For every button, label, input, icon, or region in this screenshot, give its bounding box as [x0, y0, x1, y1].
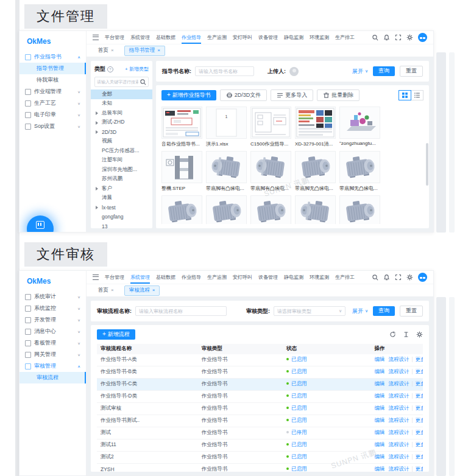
table-row[interactable]: 作业指导书-A类作业指导书已启用编辑流程设计|更多∨	[97, 354, 423, 366]
file-card[interactable]: 带底脚有凸缘电...	[250, 151, 291, 192]
user-avatar[interactable]	[418, 33, 427, 42]
tree-item[interactable]: 涛晨	[91, 194, 152, 203]
file-card[interactable]: "zongzhuangtu...	[339, 107, 380, 147]
more-link[interactable]: 更多∨	[416, 441, 423, 447]
tab[interactable]: 首页×	[93, 46, 119, 56]
sidebar-item[interactable]: 系统审计∨	[19, 291, 86, 303]
row-height-icon[interactable]	[403, 331, 409, 338]
file-card[interactable]: 带底脚无凸缘电...	[339, 151, 380, 192]
tree-item[interactable]: gongfang	[91, 212, 152, 222]
edit-link[interactable]: 编辑	[374, 441, 384, 447]
grid-view-button[interactable]	[399, 90, 411, 100]
nav-item[interactable]: 设备管理	[255, 31, 281, 44]
edit-link[interactable]: 编辑	[374, 429, 384, 435]
edit-link[interactable]: 编辑	[374, 453, 384, 460]
close-icon[interactable]: ×	[111, 288, 114, 293]
edit-link[interactable]: 编辑	[374, 380, 384, 387]
nav-item[interactable]: 作业指导	[179, 271, 204, 284]
add-instruction-button[interactable]: +新增作业指导书	[161, 90, 216, 100]
caret-right-icon[interactable]	[96, 130, 98, 134]
table-row[interactable]: 作业指导书-B类作业指导书已启用编辑流程设计|更多∨	[97, 366, 423, 378]
batch-delete-button[interactable]: 批量删除	[317, 89, 360, 101]
table-row[interactable]: 作业指导书-D类作业指导书已启用编辑流程设计|更多∨	[97, 390, 423, 402]
sidebar-subitem[interactable]: 审核流程	[19, 372, 86, 383]
table-row[interactable]: 测试2作业指导书已启用编辑流程设计|更多∨	[97, 451, 423, 463]
file-card[interactable]: 整機.STEP	[161, 151, 202, 192]
sidebar-subitem[interactable]: 待我审核	[19, 74, 86, 86]
file-card[interactable]	[250, 195, 291, 224]
caret-right-icon[interactable]	[96, 206, 98, 209]
edit-link[interactable]: 编辑	[374, 417, 384, 423]
query-button[interactable]: 查询	[373, 306, 395, 317]
expand-link[interactable]: 展开∨	[352, 307, 368, 315]
table-row[interactable]: 测试作业指导书已停用编辑流程设计|更多∨	[97, 427, 423, 439]
more-link[interactable]: 更多∨	[416, 380, 423, 387]
gear-icon[interactable]	[406, 274, 413, 281]
nav-item[interactable]: 环境监测	[306, 271, 332, 284]
tree-item[interactable]: 注塑车间	[91, 156, 152, 166]
fullscreen-icon[interactable]	[395, 274, 402, 281]
file-card[interactable]: 带底脚无凸缘电...	[161, 195, 202, 224]
more-link[interactable]: 更多∨	[416, 429, 423, 435]
nav-item[interactable]: 生产追溯	[204, 31, 230, 44]
query-button[interactable]: 查询	[373, 66, 395, 77]
search-icon[interactable]	[372, 34, 378, 41]
tab[interactable]: 首页×	[93, 285, 119, 296]
table-row[interactable]: 测试审核作业指导书已启用编辑流程设计|更多∨	[97, 402, 423, 415]
sidebar-item[interactable]: Sop设置∨	[19, 121, 86, 132]
edit-link[interactable]: 编辑	[374, 393, 384, 399]
more-link[interactable]: 更多∨	[416, 466, 423, 472]
files-2d3d-button[interactable]: 2D/3D文件	[220, 89, 267, 101]
nav-item[interactable]: 系统管理	[127, 271, 153, 284]
search-icon[interactable]	[372, 274, 378, 281]
file-card[interactable]: 带底脚无凸缘电...	[295, 151, 336, 192]
nav-item[interactable]: 生产排工	[332, 271, 358, 284]
file-card[interactable]: 带底脚有凸缘电...	[206, 151, 247, 192]
tree-item[interactable]: 13	[91, 222, 152, 228]
close-icon[interactable]: ×	[152, 288, 155, 293]
add-category-button[interactable]: + 新增类型	[125, 66, 149, 72]
file-card[interactable]: 1演示1.xlsx	[206, 107, 247, 147]
nav-item[interactable]: 安灯呼叫	[230, 271, 255, 284]
flow-design-link[interactable]: 流程设计	[388, 429, 409, 435]
tree-item[interactable]: 2D/3D	[91, 127, 152, 137]
list-view-button[interactable]	[411, 90, 423, 100]
gear-icon[interactable]	[406, 34, 413, 41]
sidebar-item[interactable]: 电子印章∨	[19, 109, 86, 121]
more-link[interactable]: 更多∨	[416, 417, 423, 423]
bell-icon[interactable]	[383, 274, 390, 281]
flow-design-link[interactable]: 流程设计	[388, 380, 409, 387]
tab[interactable]: 审核流程×	[124, 285, 160, 296]
nav-item[interactable]: 作业指导	[179, 31, 204, 44]
sidebar-item[interactable]: 生产工艺∨	[19, 97, 86, 109]
nav-item[interactable]: 静电监测	[281, 271, 306, 284]
expand-link[interactable]: 展开∨	[352, 68, 368, 75]
file-card[interactable]	[339, 195, 380, 224]
tree-item[interactable]: lx-test	[91, 203, 152, 212]
tree-item[interactable]: 未知	[91, 99, 152, 109]
sidebar-item[interactable]: 审核管理∧	[19, 360, 86, 372]
table-row[interactable]: 作业指导书测试..作业指导书已启用编辑流程设计|更多∨	[97, 415, 423, 427]
tree-item[interactable]: 客户	[91, 184, 152, 194]
more-link[interactable]: 更多∨	[416, 453, 423, 460]
more-link[interactable]: 更多∨	[416, 405, 423, 411]
edit-link[interactable]: 编辑	[374, 368, 384, 374]
reset-button[interactable]: 重置	[400, 306, 423, 317]
file-card[interactable]	[295, 195, 336, 224]
column-settings-icon[interactable]	[416, 331, 423, 338]
collapse-menu-icon[interactable]	[93, 275, 99, 280]
flow-design-link[interactable]: 流程设计	[388, 368, 409, 374]
table-row[interactable]: ZYSH作业指导书已启用编辑流程设计|更多∨	[97, 463, 423, 472]
more-link[interactable]: 更多∨	[416, 356, 423, 362]
user-avatar[interactable]	[418, 273, 427, 282]
tree-item[interactable]: PC压力传感器...	[91, 146, 152, 156]
refresh-icon[interactable]	[389, 331, 396, 338]
uploader-avatar[interactable]	[289, 67, 299, 76]
category-search-input[interactable]: 请输入关键字进行搜索	[94, 77, 149, 87]
flow-design-link[interactable]: 流程设计	[388, 405, 409, 411]
edit-link[interactable]: 编辑	[374, 466, 384, 472]
edit-link[interactable]: 编辑	[374, 356, 384, 362]
sidebar-item[interactable]: 系统监控∨	[19, 303, 86, 314]
tree-item[interactable]: 苏州讯鹏	[91, 175, 152, 184]
sidebar-subitem[interactable]: 指导书管理	[19, 63, 86, 74]
